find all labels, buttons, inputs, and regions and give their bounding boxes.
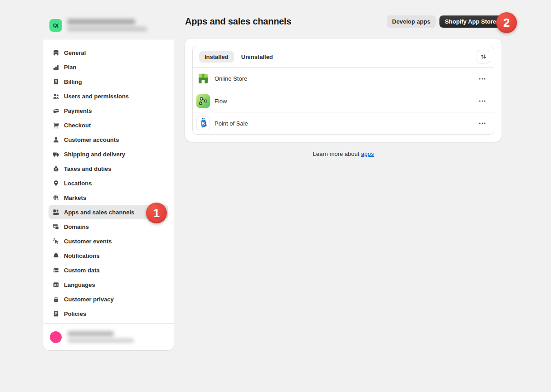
map-pin-icon — [52, 179, 59, 187]
learn-more-text: Learn more about — [313, 150, 361, 157]
annotation-badge-2: 2 — [496, 12, 517, 33]
sidebar-item-notifications[interactable]: Notifications — [49, 248, 168, 263]
app-row-flow[interactable]: Flow — [193, 90, 494, 112]
develop-apps-button[interactable]: Develop apps — [387, 15, 436, 28]
store-identity-redacted — [67, 19, 147, 31]
store-name-blurred — [67, 19, 135, 24]
svg-text:A: A — [54, 283, 56, 286]
page-title: Apps and sales channels — [185, 16, 291, 27]
sidebar-item-payments[interactable]: Payments — [49, 103, 168, 118]
sidebar-item-label: Plan — [64, 64, 76, 71]
sidebar-item-label: Apps and sales channels — [64, 209, 134, 216]
user-email-blurred — [68, 339, 134, 343]
sidebar-item-label: Taxes and duties — [64, 165, 112, 172]
sidebar-item-checkout[interactable]: Checkout — [49, 118, 168, 132]
user-name-blurred — [68, 331, 114, 336]
learn-more-footer: Learn more about apps — [185, 150, 502, 157]
sort-arrows-icon — [480, 53, 487, 60]
apps-grid-icon — [52, 208, 59, 216]
header-actions: Develop apps Shopify App Store — [387, 15, 502, 28]
online-store-app-icon — [196, 72, 210, 86]
sidebar-item-label: Custom data — [64, 267, 100, 274]
tab-installed[interactable]: Installed — [199, 51, 234, 63]
bell-icon — [52, 252, 59, 259]
main-content: Apps and sales channels Develop apps Sho… — [185, 0, 502, 157]
sidebar-item-label: Markets — [64, 194, 86, 201]
apps-card: Installed Uninstalled Online Store Flow … — [185, 39, 502, 142]
sidebar-item-label: Domains — [64, 223, 89, 230]
sidebar-item-billing[interactable]: $ Billing — [49, 74, 168, 89]
user-identity-redacted — [68, 331, 134, 343]
sidebar-item-customer-privacy[interactable]: Customer privacy — [49, 292, 168, 306]
sidebar-item-taxes-and-duties[interactable]: Taxes and duties — [49, 161, 168, 176]
settings-sidebar: Q( General Plan $ Billing Users and perm… — [43, 11, 174, 350]
sidebar-item-label: Payments — [64, 107, 92, 114]
app-row-online-store[interactable]: Online Store — [193, 68, 494, 90]
browser-windows-icon — [52, 223, 59, 230]
document-icon — [52, 310, 59, 317]
sidebar-item-label: Customer accounts — [64, 136, 119, 143]
sidebar-item-label: Notifications — [64, 252, 100, 259]
sidebar-item-label: Policies — [64, 310, 86, 317]
horizontal-dots-icon — [479, 100, 486, 102]
database-icon — [52, 266, 59, 274]
store-avatar: Q( — [49, 19, 62, 32]
app-name: Point of Sale — [215, 120, 248, 127]
sidebar-item-label: Shipping and delivery — [64, 151, 125, 158]
app-name: Flow — [215, 98, 227, 105]
billing-icon: $ — [52, 78, 59, 85]
sidebar-item-label: Customer privacy — [64, 296, 114, 303]
person-icon — [52, 136, 59, 143]
plan-icon — [52, 63, 59, 71]
user-profile-menu[interactable] — [43, 323, 174, 350]
payments-icon — [52, 107, 59, 114]
sidebar-item-shipping-and-delivery[interactable]: Shipping and delivery — [49, 147, 168, 161]
sidebar-item-customer-events[interactable]: Customer events — [49, 234, 168, 248]
store-switcher[interactable]: Q( — [43, 11, 174, 39]
globe-dollar-icon: $ — [52, 194, 59, 201]
point-of-sale-menu-button[interactable] — [476, 117, 488, 130]
app-row-point-of-sale[interactable]: S Point of Sale — [193, 112, 494, 134]
sidebar-item-languages[interactable]: A Languages — [49, 277, 168, 292]
shopify-app-store-button[interactable]: Shopify App Store — [439, 15, 502, 28]
sidebar-item-label: Checkout — [64, 122, 91, 129]
flow-menu-button[interactable] — [476, 95, 488, 107]
sidebar-item-customer-accounts[interactable]: Customer accounts — [49, 132, 168, 147]
sidebar-item-locations[interactable]: Locations — [49, 176, 168, 190]
svg-text:S: S — [201, 121, 205, 126]
horizontal-dots-icon — [479, 122, 486, 124]
money-bag-icon — [52, 165, 59, 172]
online-store-menu-button[interactable] — [476, 73, 488, 85]
sidebar-item-label: Languages — [64, 281, 95, 288]
sidebar-item-plan[interactable]: Plan — [49, 60, 168, 74]
apps-tabs-row: Installed Uninstalled — [193, 46, 494, 68]
tab-uninstalled[interactable]: Uninstalled — [236, 51, 278, 63]
sidebar-item-label: Billing — [64, 78, 82, 85]
sidebar-item-label: General — [64, 49, 86, 56]
truck-icon — [52, 150, 59, 158]
translate-icon: A — [52, 281, 59, 288]
lock-icon — [52, 295, 59, 303]
app-name: Online Store — [215, 75, 247, 82]
store-domain-blurred — [67, 27, 147, 31]
point-of-sale-app-icon: S — [196, 116, 210, 130]
page-header: Apps and sales channels Develop apps Sho… — [185, 15, 502, 28]
sidebar-item-markets[interactable]: $ Markets — [49, 190, 168, 205]
sidebar-item-policies[interactable]: Policies — [49, 306, 168, 321]
apps-link[interactable]: apps — [361, 150, 374, 157]
sidebar-item-label: Customer events — [64, 238, 112, 245]
flow-app-icon — [196, 94, 210, 108]
annotation-badge-1: 1 — [146, 203, 167, 223]
horizontal-dots-icon — [479, 78, 486, 80]
sidebar-item-label: Users and permissions — [64, 93, 129, 100]
sort-button[interactable] — [477, 50, 490, 63]
checkout-cart-icon — [52, 121, 59, 129]
cursor-click-icon — [52, 237, 59, 245]
sidebar-item-general[interactable]: General — [49, 45, 168, 60]
settings-nav: General Plan $ Billing Users and permiss… — [43, 39, 174, 323]
users-icon — [52, 92, 59, 100]
sidebar-item-label: Locations — [64, 180, 92, 187]
sidebar-item-custom-data[interactable]: Custom data — [49, 263, 168, 277]
user-avatar — [50, 331, 62, 343]
sidebar-item-users-and-permissions[interactable]: Users and permissions — [49, 89, 168, 103]
